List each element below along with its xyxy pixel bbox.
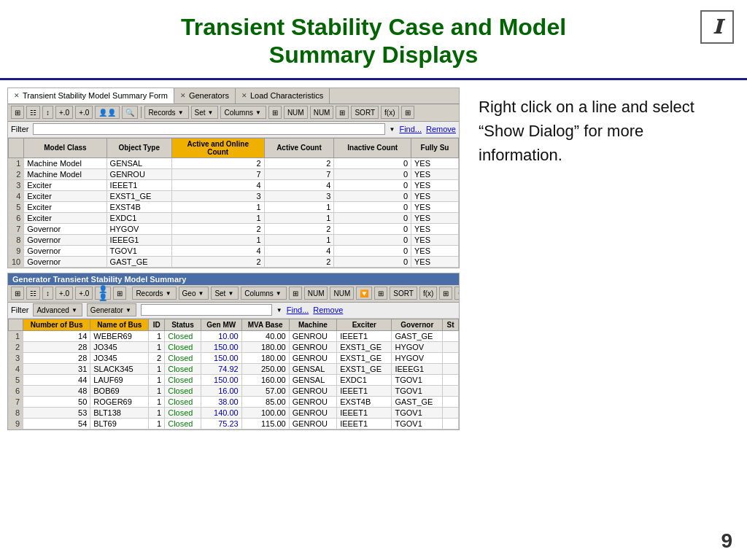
toolbar-icon-11[interactable]: ⊞ [336, 106, 349, 119]
f2-toolbar-icon-8[interactable]: ⊞ [289, 287, 302, 300]
cell-governor: HYGOV [392, 352, 443, 363]
toolbar-icon-5[interactable]: +.0 [75, 106, 93, 119]
toolbar-icon-13[interactable]: f(x) [381, 106, 398, 119]
toolbar-icon-10[interactable]: NUM [310, 106, 334, 119]
table-row: 10 Governor GAST_GE 2 2 0 YES [9, 256, 459, 267]
cell-st [443, 352, 459, 363]
cell-active-count: 2 [264, 158, 334, 168]
filter-input[interactable] [33, 123, 384, 135]
toolbar-icon-7[interactable]: 🔍 [122, 106, 138, 119]
cell-inactive-count: 0 [334, 223, 411, 234]
columns-dropdown[interactable]: Columns ▼ [220, 106, 266, 119]
f2-advanced-dropdown[interactable]: Advanced ▼ [33, 303, 82, 316]
f2-set-dropdown[interactable]: Set ▼ [211, 287, 239, 300]
cell-id: 2 [149, 352, 165, 363]
table-row: 6 Exciter EXDC1 1 1 0 YES [9, 212, 459, 223]
table-row: 1 14 WEBER69 1 Closed 10.00 40.00 GENROU… [9, 330, 459, 341]
f2-toolbar-icon-7[interactable]: ⊞ [113, 287, 126, 300]
cell-governor: TGOV1 [392, 374, 443, 385]
tab-close-load-icon[interactable]: ✕ [241, 92, 247, 99]
f2-filter-input[interactable] [141, 304, 272, 316]
cell-governor: TGOV1 [392, 418, 443, 429]
tab-close-icon[interactable]: ✕ [14, 92, 20, 99]
cell-rownum: 9 [9, 245, 24, 256]
f2-toolbar-icon-5[interactable]: +.0 [75, 287, 93, 300]
toolbar-icon-9[interactable]: NUM [284, 106, 308, 119]
tab-generators[interactable]: ✕ Generators [174, 88, 236, 104]
cell-exciter: IEEET1 [337, 407, 392, 418]
toolbar-icon-6[interactable]: 👤👤 [95, 106, 120, 119]
f2-filter-dropdown-icon[interactable]: ▼ [276, 307, 282, 314]
cell-mva-base: 180.00 [241, 341, 289, 352]
col-header-object-type: Object Type [107, 138, 171, 158]
f2-remove-link[interactable]: Remove [313, 306, 343, 314]
cell-rownum: 9 [9, 418, 23, 429]
records-dropdown[interactable]: Records ▼ [144, 106, 188, 119]
f2-toolbar-icon-9[interactable]: NUM [304, 287, 328, 300]
f2-toolbar-icon-2[interactable]: ☷ [26, 287, 40, 300]
f2-toolbar-icon-3[interactable]: ↕ [42, 287, 53, 300]
table-row: 3 28 JO345 2 Closed 150.00 180.00 GENROU… [9, 352, 459, 363]
tab-transient-stability[interactable]: ✕ Transient Stability Model Summary Form [8, 88, 174, 104]
cell-exciter: IEEET1 [337, 418, 392, 429]
table-row: 4 31 SLACK345 1 Closed 74.92 250.00 GENS… [9, 363, 459, 374]
f2-toolbar-icon-12[interactable]: SORT [390, 287, 417, 300]
cell-machine: GENSAL [289, 374, 337, 385]
right-panel: Right click on a line and select “Show D… [468, 88, 740, 560]
set-dropdown[interactable]: Set ▼ [191, 106, 219, 119]
cell-gen-mw: 150.00 [201, 352, 241, 363]
toolbar-icon-14[interactable]: ⊞ [401, 106, 414, 119]
tab-load-characteristics[interactable]: ✕ Load Characteristics [236, 88, 330, 104]
f2-columns-dropdown[interactable]: Columns ▼ [241, 287, 286, 300]
cell-active-online: 7 [171, 168, 264, 179]
find-link[interactable]: Find... [399, 125, 422, 133]
cell-name-bus: BOB69 [90, 385, 149, 396]
toolbar-icon-2[interactable]: ☷ [26, 106, 40, 119]
table-row: 8 53 BLT138 1 Closed 140.00 100.00 GENRO… [9, 407, 459, 418]
remove-link[interactable]: Remove [426, 125, 456, 133]
f2-options-dropdown[interactable]: Optic ▼ [454, 287, 459, 300]
f2-toolbar-icon-10[interactable]: NUM [330, 287, 354, 300]
cell-machine: GENROU [289, 341, 337, 352]
cell-rownum: 6 [9, 212, 24, 223]
f2-toolbar-icon-14[interactable]: ⊞ [439, 287, 452, 300]
cell-mva-base: 180.00 [241, 352, 289, 363]
f2-filter-icon[interactable]: 🔽 [356, 287, 372, 300]
cell-inactive-count: 0 [334, 158, 411, 168]
filter-dropdown-icon[interactable]: ▼ [390, 126, 395, 133]
table-row: 4 Exciter EXST1_GE 3 3 0 YES [9, 190, 459, 201]
cell-fully-su: YES [411, 223, 459, 234]
cell-object-type: EXST4B [107, 201, 171, 212]
toolbar-icon-12[interactable]: SORT [351, 106, 379, 119]
toolbar-icon-1[interactable]: ⊞ [11, 106, 24, 119]
table-row: 7 50 ROGER69 1 Closed 38.00 85.00 GENROU… [9, 396, 459, 407]
cell-active-count: 1 [264, 234, 334, 245]
cell-governor: IEEEG1 [392, 363, 443, 374]
toolbar-icon-3[interactable]: ↕ [42, 106, 53, 119]
cell-name-bus: JO345 [90, 341, 149, 352]
f2-records-dropdown[interactable]: Records ▼ [132, 287, 176, 300]
toolbar-icon-4[interactable]: +.0 [55, 106, 73, 119]
cell-inactive-count: 0 [334, 212, 411, 223]
cell-object-type: GENROU [107, 168, 171, 179]
f2-toolbar-icon-11[interactable]: ⊞ [374, 287, 387, 300]
cell-model-class: Exciter [24, 179, 107, 190]
tab-close-gen-icon[interactable]: ✕ [180, 92, 186, 99]
cell-object-type: EXDC1 [107, 212, 171, 223]
f2-col-header-exciter: Exciter [337, 319, 392, 330]
f2-find-link[interactable]: Find... [287, 306, 309, 314]
toolbar-icon-8[interactable]: ⊞ [268, 106, 282, 119]
cell-active-online: 1 [171, 212, 264, 223]
f2-toolbar-icon-13[interactable]: f(x) [419, 287, 437, 300]
logo-icon: 𝐈 [700, 10, 734, 44]
cell-exciter: EXST1_GE [337, 341, 392, 352]
f2-toolbar-icon-4[interactable]: +.0 [55, 287, 73, 300]
cell-gen-mw: 10.00 [201, 330, 241, 341]
f2-generator-dropdown[interactable]: Generator ▼ [87, 303, 136, 316]
cell-inactive-count: 0 [334, 168, 411, 179]
cell-gen-mw: 150.00 [201, 341, 241, 352]
f2-toolbar-icon-1[interactable]: ⊞ [11, 287, 24, 300]
f2-toolbar-icon-6[interactable]: 👤👤 [95, 287, 111, 300]
f2-geo-dropdown[interactable]: Geo ▼ [179, 287, 209, 300]
cell-machine: GENROU [289, 385, 337, 396]
